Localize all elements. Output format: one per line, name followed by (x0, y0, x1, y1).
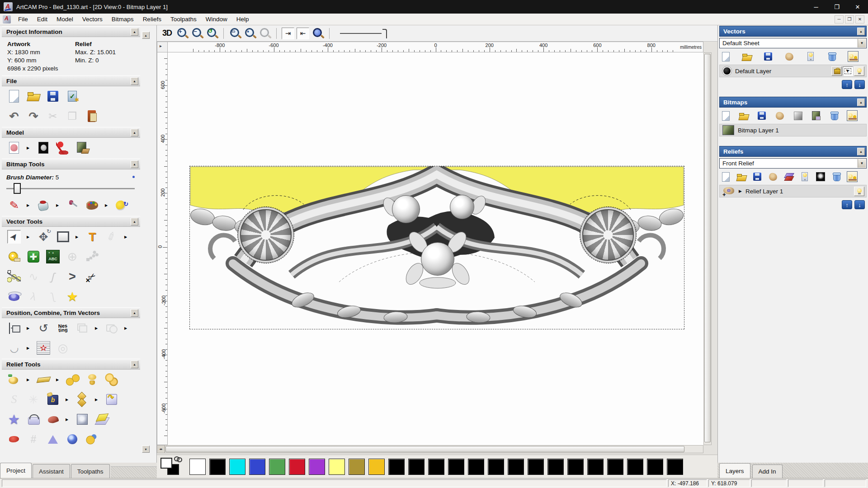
link-colours-icon[interactable] (174, 456, 181, 461)
rc-stack-icon[interactable] (783, 171, 794, 182)
flyout-arrow-icon[interactable]: ▶ (124, 235, 128, 239)
weld-icon[interactable] (105, 321, 118, 335)
move-layer-up-button[interactable]: ↑ (842, 80, 852, 89)
trim-x-icon[interactable] (85, 270, 99, 283)
palette-swatch-19[interactable] (567, 459, 584, 475)
flyout-arrow-icon[interactable]: ▶ (66, 398, 70, 402)
arc-edit-icon[interactable] (46, 270, 60, 283)
text-tool-icon[interactable] (85, 230, 99, 244)
rc-fade-icon[interactable] (793, 110, 803, 121)
visibility-bulb-icon[interactable] (854, 66, 864, 76)
rc-bulb-icon[interactable] (805, 51, 816, 62)
palette-swatch-14[interactable] (468, 459, 484, 475)
flyout-arrow-icon[interactable]: ▶ (95, 398, 99, 402)
palette-swatch-16[interactable] (508, 459, 524, 475)
collapse-icon[interactable]: ▲ (131, 361, 138, 368)
ball-blue-icon[interactable] (66, 432, 79, 446)
gold-teddy-icon[interactable] (7, 373, 21, 386)
menu-file[interactable]: File (14, 14, 33, 25)
palette-swatch-22[interactable] (627, 459, 643, 475)
vertical-scrollbar[interactable] (703, 52, 712, 445)
palette-swatch-2[interactable] (229, 459, 245, 475)
palette-swatch-23[interactable] (647, 459, 663, 475)
palette-swatch-13[interactable] (448, 459, 464, 475)
gold-mushroom-icon[interactable] (85, 373, 99, 386)
tab-toolpaths[interactable]: Toolpaths (71, 464, 110, 478)
duck-gold-icon[interactable] (85, 432, 99, 446)
leaf-pen-icon[interactable] (105, 230, 118, 244)
paste-icon[interactable] (85, 109, 99, 123)
visibility-bulb-icon[interactable] (854, 187, 864, 196)
close-button[interactable]: ✕ (847, 0, 868, 14)
zoom-slider[interactable] (340, 28, 387, 39)
collapse-icon[interactable]: ▲ (131, 129, 138, 136)
rc-folder-icon[interactable] (741, 51, 752, 62)
chevron-down-icon[interactable]: ▼ (858, 159, 866, 168)
expand-icon[interactable]: ▶ (739, 189, 742, 193)
cut-icon[interactable] (46, 109, 60, 123)
primary-secondary-colours[interactable] (160, 456, 187, 477)
sheet-select[interactable]: Default Sheet ▼ (719, 38, 867, 48)
rc-folder-icon[interactable] (738, 110, 749, 121)
gold-merge-icon[interactable] (105, 373, 118, 386)
rc-bulbs-icon[interactable] (848, 51, 859, 62)
move-layer-up-button[interactable]: ↑ (842, 200, 852, 209)
transform-icon[interactable] (37, 230, 50, 244)
dome-wire-icon[interactable] (66, 250, 79, 263)
chevron-down-icon[interactable]: ▼ (858, 39, 866, 47)
rc-save-icon[interactable] (752, 171, 763, 182)
palette-swatch-5[interactable] (289, 459, 305, 475)
palette-swatch-9[interactable] (368, 459, 385, 475)
rc-folder-icon[interactable] (736, 171, 747, 182)
undo-icon[interactable] (7, 109, 21, 123)
vector-layer-row[interactable]: Default Layer (719, 65, 867, 77)
scroll-left-icon[interactable]: ◂▸ (157, 446, 165, 453)
maximize-button[interactable]: ❐ (826, 0, 847, 14)
palette-swatch-1[interactable] (209, 459, 226, 475)
palette-swatch-20[interactable] (587, 459, 604, 475)
save-icon[interactable] (46, 89, 60, 103)
rc-bulbs-icon[interactable] (847, 171, 858, 182)
teddy-dark-icon[interactable] (37, 141, 50, 155)
mona-book-icon[interactable] (75, 141, 89, 155)
mdi-minimize-button[interactable]: ─ (835, 15, 844, 23)
flood-fill-icon[interactable] (37, 198, 50, 212)
flyout-arrow-icon[interactable]: ▶ (27, 326, 31, 330)
mag-minus-icon[interactable]: − (191, 27, 203, 39)
lock-icon[interactable] (831, 66, 842, 76)
rc-xray-icon[interactable] (815, 171, 826, 182)
rc-new-icon[interactable] (720, 171, 731, 182)
horizontal-scrollbar[interactable]: ◂▸ (157, 445, 703, 453)
mag-obj-icon[interactable] (259, 27, 271, 39)
redo-icon[interactable] (27, 109, 40, 123)
weave-icon[interactable] (27, 393, 40, 406)
angle-v-icon[interactable] (66, 270, 79, 283)
palette-swatch-0[interactable] (189, 459, 206, 475)
palette-icon[interactable] (85, 198, 99, 212)
brush-diameter-slider[interactable] (6, 183, 135, 194)
diamonds-icon[interactable] (75, 393, 89, 406)
texture-star-icon[interactable] (37, 341, 50, 355)
colour-picker-icon[interactable] (66, 198, 80, 212)
menu-toolpaths[interactable]: Toolpaths (166, 14, 201, 25)
tab-layers[interactable]: Layers (719, 463, 750, 478)
palette-swatch-10[interactable] (388, 459, 405, 475)
layer-colour-swatch[interactable] (722, 66, 731, 75)
lamp-icon[interactable] (56, 141, 70, 155)
star-gold-icon[interactable] (66, 290, 79, 303)
select-icon[interactable] (7, 230, 21, 244)
offset-copy-icon[interactable] (105, 393, 118, 406)
flyout-arrow-icon[interactable]: ▶ (56, 378, 60, 382)
paint-pencil-icon[interactable] (7, 198, 21, 212)
flyout-arrow-icon[interactable]: ▶ (105, 203, 109, 207)
collapse-icon[interactable]: ▲ (131, 218, 138, 225)
slider-thumb[interactable] (14, 183, 21, 194)
teddy-page-icon[interactable] (7, 141, 21, 155)
palette-swatch-4[interactable] (269, 459, 285, 475)
sculpt-s-icon[interactable] (7, 393, 21, 406)
palette-swatch-3[interactable] (249, 459, 265, 475)
sheets-icon[interactable] (95, 413, 108, 426)
flyout-arrow-icon[interactable]: ▶ (27, 146, 31, 150)
swap-colours-icon[interactable] (115, 198, 128, 212)
relief-artwork[interactable] (189, 166, 684, 329)
